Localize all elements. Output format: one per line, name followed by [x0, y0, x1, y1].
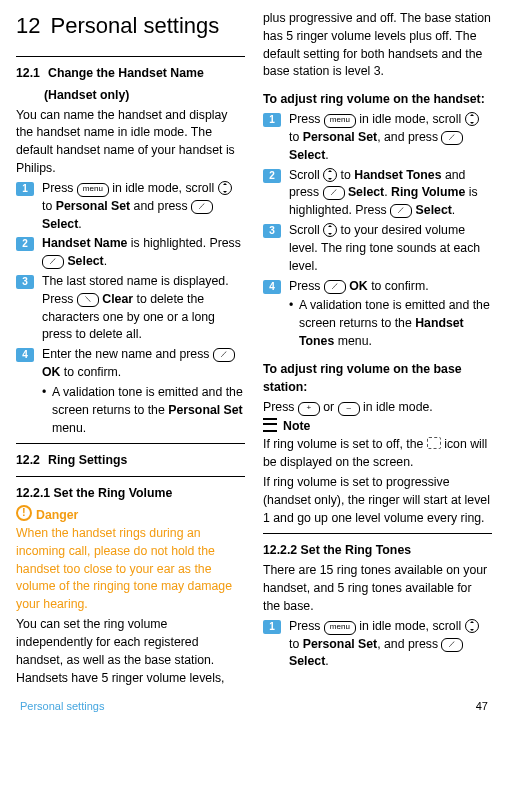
danger-heading: Danger: [16, 505, 245, 525]
divider: [16, 443, 245, 444]
note-heading: Note: [263, 418, 492, 436]
section-12-2-1-heading: 12.2.1 Set the Ring Volume: [16, 485, 245, 503]
step-4: 4 Enter the new name and press OK to con…: [16, 346, 245, 382]
rt-step-1: 1 Press menu in idle mode, scroll to Per…: [263, 618, 492, 671]
step-badge: 2: [263, 169, 281, 183]
section-12-2-2-intro: There are 15 ring tones available on you…: [263, 562, 492, 615]
left-softkey-icon: [441, 638, 463, 652]
hs-step-1: 1 Press menu in idle mode, scroll to Per…: [263, 111, 492, 164]
minus-key-icon: –: [338, 402, 360, 416]
hs-step-3: 3 Scroll to your desired volume level. T…: [263, 222, 492, 275]
section-12-1-heading: 12.1Change the Handset Name: [16, 65, 245, 83]
left-softkey-icon: [42, 255, 64, 269]
section-12-2-2-heading: 12.2.2 Set the Ring Tones: [263, 542, 492, 560]
step-badge: 2: [16, 237, 34, 251]
nav-key-icon: [323, 168, 337, 182]
section-12-2-2-steps: 1 Press menu in idle mode, scroll to Per…: [263, 618, 492, 671]
step-badge: 3: [263, 224, 281, 238]
divider: [16, 56, 245, 57]
step-badge: 4: [16, 348, 34, 362]
chapter-number: 12: [16, 10, 40, 42]
menu-key-icon: menu: [77, 183, 109, 197]
left-softkey-icon: [323, 186, 345, 200]
nav-key-icon: [218, 181, 232, 195]
left-softkey-icon: [324, 280, 346, 294]
left-softkey-icon: [213, 348, 235, 362]
page-footer: Personal settings 47: [0, 697, 508, 723]
chapter-title: Personal settings: [50, 13, 219, 38]
section-12-1-intro: You can name the handset and display the…: [16, 107, 245, 178]
volume-off-icon: [427, 437, 441, 449]
ring-volume-intro-p1: You can set the ring volume independentl…: [16, 616, 245, 687]
section-12-1-subheading: (Handset only): [16, 87, 245, 105]
step-badge: 3: [16, 275, 34, 289]
base-volume-instruction: Press + or – in idle mode.: [263, 399, 492, 417]
hs-step-4: 4 Press OK to confirm.: [263, 278, 492, 296]
note-2: If ring volume is set to progressive (ha…: [263, 474, 492, 527]
step-badge: 1: [263, 113, 281, 127]
footer-section: Personal settings: [20, 699, 104, 715]
right-column: plus progressive and off. The base stati…: [263, 10, 492, 689]
plus-key-icon: +: [298, 402, 320, 416]
chapter-heading: 12Personal settings: [16, 10, 245, 42]
footer-page-number: 47: [476, 699, 488, 715]
handset-volume-steps: 1 Press menu in idle mode, scroll to Per…: [263, 111, 492, 351]
hs-step-2: 2 Scroll to Handset Tones and press Sele…: [263, 167, 492, 220]
nav-key-icon: [323, 223, 337, 237]
divider: [16, 476, 245, 477]
step-1: 1 Press menu in idle mode, scroll to Per…: [16, 180, 245, 233]
left-softkey-icon: [390, 204, 412, 218]
right-softkey-icon: [77, 293, 99, 307]
left-softkey-icon: [191, 200, 213, 214]
danger-text: When the handset rings during an incomin…: [16, 525, 245, 614]
left-column: 12Personal settings 12.1Change the Hands…: [16, 10, 245, 689]
handset-volume-heading: To adjust ring volume on the handset:: [263, 91, 492, 109]
base-volume-heading: To adjust ring volume on the base statio…: [263, 361, 492, 397]
step-3: 3 The last stored name is displayed. Pre…: [16, 273, 245, 344]
section-12-2-heading: 12.2Ring Settings: [16, 452, 245, 470]
note-1: If ring volume is set to off, the icon w…: [263, 436, 492, 472]
nav-key-icon: [465, 112, 479, 126]
menu-key-icon: menu: [324, 114, 356, 128]
hs-step-4-note: • A validation tone is emitted and the s…: [263, 297, 492, 350]
page-body: 12Personal settings 12.1Change the Hands…: [0, 0, 508, 697]
ring-volume-intro-p2: plus progressive and off. The base stati…: [263, 10, 492, 81]
note-icon: [263, 418, 277, 432]
divider: [263, 533, 492, 534]
step-badge: 1: [263, 620, 281, 634]
left-softkey-icon: [441, 131, 463, 145]
section-12-1-steps: 1 Press menu in idle mode, scroll to Per…: [16, 180, 245, 438]
step-badge: 1: [16, 182, 34, 196]
nav-key-icon: [465, 619, 479, 633]
step-2: 2 Handset Name is highlighted. Press Sel…: [16, 235, 245, 271]
step-badge: 4: [263, 280, 281, 294]
danger-icon: [16, 505, 32, 521]
menu-key-icon: menu: [324, 621, 356, 635]
step-4-note: • A validation tone is emitted and the s…: [16, 384, 245, 437]
